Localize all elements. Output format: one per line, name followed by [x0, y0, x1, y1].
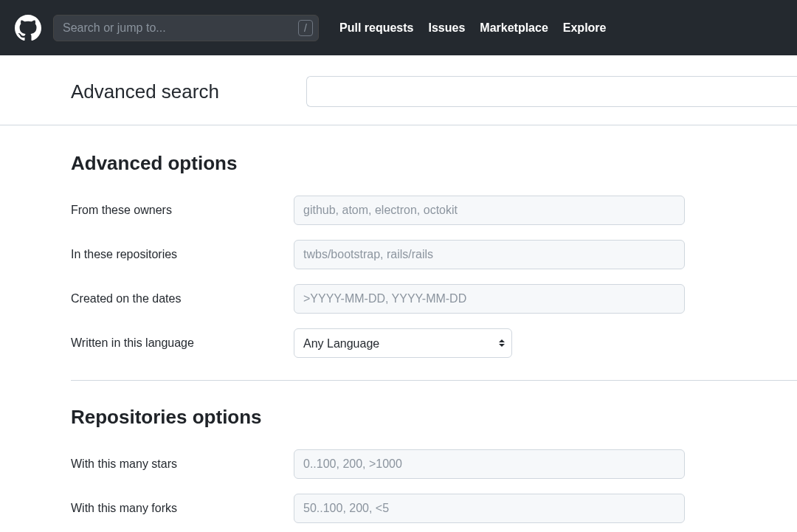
- forks-row: With this many forks: [71, 494, 797, 523]
- stars-input[interactable]: [294, 449, 685, 479]
- nav-issues[interactable]: Issues: [428, 21, 465, 35]
- header-search-input[interactable]: [53, 15, 319, 41]
- forks-label: With this many forks: [71, 502, 294, 515]
- stars-row: With this many stars: [71, 449, 797, 479]
- language-select[interactable]: Any Language: [294, 328, 512, 358]
- stars-label: With this many stars: [71, 457, 294, 471]
- main-header: / Pull requests Issues Marketplace Explo…: [0, 0, 797, 55]
- content-area: Advanced options From these owners In th…: [0, 125, 797, 523]
- dates-input[interactable]: [294, 284, 685, 314]
- owners-row: From these owners: [71, 196, 797, 225]
- forks-input[interactable]: [294, 494, 685, 523]
- repositories-label: In these repositories: [71, 248, 294, 261]
- dates-row: Created on the dates: [71, 284, 797, 314]
- dates-label: Created on the dates: [71, 292, 294, 305]
- advanced-options-title: Advanced options: [71, 152, 797, 175]
- section-divider: [71, 380, 797, 381]
- advanced-search-input[interactable]: [306, 76, 797, 107]
- repositories-row: In these repositories: [71, 240, 797, 269]
- github-logo-icon[interactable]: [15, 15, 41, 41]
- repositories-input[interactable]: [294, 240, 685, 269]
- header-search-wrapper: /: [53, 15, 319, 41]
- nav-marketplace[interactable]: Marketplace: [480, 21, 548, 35]
- page-title-row: Advanced search: [0, 55, 797, 125]
- repositories-options-title: Repositories options: [71, 406, 797, 429]
- language-label: Written in this language: [71, 336, 294, 350]
- language-row: Written in this language Any Language: [71, 328, 797, 358]
- owners-input[interactable]: [294, 196, 685, 225]
- nav-pull-requests[interactable]: Pull requests: [339, 21, 413, 35]
- nav-explore[interactable]: Explore: [563, 21, 607, 35]
- owners-label: From these owners: [71, 204, 294, 217]
- page-title: Advanced search: [71, 80, 219, 103]
- language-select-wrapper: Any Language: [294, 328, 512, 358]
- header-nav: Pull requests Issues Marketplace Explore: [339, 21, 606, 35]
